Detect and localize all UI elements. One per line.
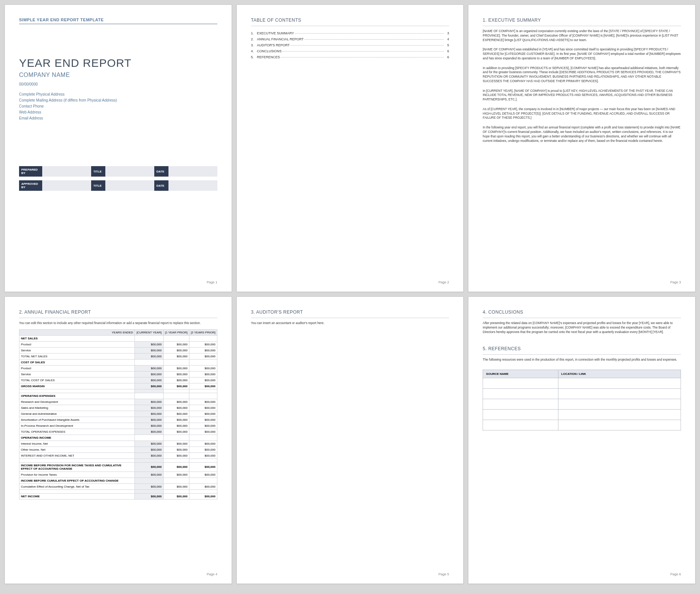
- row-label: Interest Income, Net: [19, 441, 135, 447]
- cell: $00,000: [189, 447, 217, 453]
- auditor-rule: [251, 318, 449, 318]
- row-opex: OPERATING EXPENSES: [19, 393, 135, 399]
- cell: $00,000: [163, 371, 189, 377]
- toc-item: 1. EXECUTIVE SUMMARY 3: [251, 31, 449, 35]
- cell: $00,000: [189, 383, 217, 389]
- cell: $00,000: [163, 353, 189, 359]
- cell: $00,000: [163, 462, 189, 472]
- toc-item: 3. AUDITOR'S REPORT 5: [251, 43, 449, 47]
- exec-rule: [483, 26, 681, 26]
- years-ended-label: YEARS ENDED: [19, 329, 135, 335]
- ref-row: [483, 399, 681, 410]
- references-rule: [483, 354, 681, 355]
- cell: $00,000: [189, 417, 217, 423]
- row-label: In-Process Research and Development: [19, 423, 135, 429]
- toc-label: EXECUTIVE SUMMARY: [257, 31, 294, 35]
- row-net-income: NET INCOME: [19, 493, 135, 499]
- cell: $00,000: [189, 365, 217, 371]
- approved-by-field[interactable]: [42, 180, 91, 191]
- toc-heading: TABLE OF CONTENTS: [251, 18, 449, 23]
- cell: $00,000: [135, 353, 163, 359]
- toc-rule: [251, 26, 449, 26]
- approved-title-label: TITLE: [91, 180, 105, 191]
- toc-num: 2.: [251, 37, 257, 41]
- references-heading: 5. REFERENCES: [483, 346, 681, 351]
- toc-label: REFERENCES: [257, 55, 280, 59]
- cell: $00,000: [189, 377, 217, 383]
- contact-phone: Contact Phone: [19, 103, 217, 109]
- ref-row: [483, 389, 681, 399]
- fin-rule: [19, 318, 217, 318]
- cell: $00,000: [135, 483, 163, 489]
- cell: $00,000: [135, 423, 163, 429]
- ref-row: [483, 378, 681, 389]
- page-number: Page 2: [251, 275, 449, 284]
- toc-label: CONCLUSIONS: [257, 49, 282, 53]
- fin-note: You can edit this section to include any…: [19, 321, 217, 326]
- page-grid: SIMPLE YEAR END REPORT TEMPLATE YEAR END…: [4, 4, 696, 584]
- cell: $00,000: [135, 365, 163, 371]
- physical-address: Complete Physical Address: [19, 91, 217, 97]
- page-3: 1. EXECUTIVE SUMMARY [NAME OF COMPANY] i…: [468, 4, 696, 292]
- approved-title-field[interactable]: [105, 180, 154, 191]
- cell: $00,000: [189, 429, 217, 435]
- fin-header-row: YEARS ENDED [CURRENT YEAR] [1 YEAR PRIOR…: [19, 329, 217, 335]
- cell: $00,000: [163, 347, 189, 353]
- cell: $00,000: [163, 441, 189, 447]
- cell: $00,000: [135, 462, 163, 472]
- approved-date-field[interactable]: [168, 180, 217, 191]
- exec-heading: 1. EXECUTIVE SUMMARY: [483, 18, 681, 23]
- row-label: Research and Development: [19, 399, 135, 405]
- row-label: Other Income, Net: [19, 447, 135, 453]
- cell: $00,000: [135, 399, 163, 405]
- row-label: TOTAL COST OF SALES: [19, 377, 135, 383]
- signature-table: PREPARED BY TITLE DATE APPROVED BY TITLE…: [19, 166, 217, 191]
- cell: $00,000: [135, 417, 163, 423]
- header-rule: [19, 23, 217, 25]
- exec-p1: [NAME OF COMPANY] is an organized corpor…: [483, 29, 681, 42]
- toc-item: 4. CONCLUSIONS 6: [251, 49, 449, 53]
- toc-dots: [304, 39, 444, 40]
- prepared-title-label: TITLE: [91, 166, 105, 177]
- template-label: SIMPLE YEAR END REPORT TEMPLATE: [19, 18, 217, 22]
- report-title: YEAR END REPORT: [19, 57, 217, 69]
- page-1: SIMPLE YEAR END REPORT TEMPLATE YEAR END…: [4, 4, 232, 292]
- page-4: 2. ANNUAL FINANCIAL REPORT You can edit …: [4, 296, 232, 584]
- toc-dots: [291, 45, 444, 46]
- cell: $00,000: [163, 341, 189, 347]
- row-label: INCOME BEFORE PROVISION FOR INCOME TAXES…: [19, 462, 135, 472]
- financial-table: YEARS ENDED [CURRENT YEAR] [1 YEAR PRIOR…: [19, 329, 217, 500]
- cell: $00,000: [189, 405, 217, 411]
- toc-num: 1.: [251, 31, 257, 35]
- cell: $00,000: [189, 353, 217, 359]
- conclusions-rule: [483, 318, 681, 318]
- prepared-by-field[interactable]: [42, 166, 91, 177]
- toc-item: 5. REFERENCES 6: [251, 55, 449, 59]
- cell: $00,000: [163, 417, 189, 423]
- page-number: Page 5: [251, 567, 449, 576]
- toc-item: 2. ANNUAL FINANCIAL REPORT 4: [251, 37, 449, 41]
- cell: $00,000: [189, 423, 217, 429]
- prepared-title-field[interactable]: [105, 166, 154, 177]
- exec-p2: [NAME OF COMPANY] was established in [YE…: [483, 47, 681, 60]
- cell: $00,000: [189, 411, 217, 417]
- cell: $00,000: [163, 447, 189, 453]
- cell: $00,000: [135, 405, 163, 411]
- cell: $00,000: [163, 453, 189, 458]
- cell: $00,000: [189, 462, 217, 472]
- prepared-row: PREPARED BY TITLE DATE: [19, 166, 217, 177]
- row-label: Product: [19, 341, 135, 347]
- cell: $00,000: [135, 377, 163, 383]
- cell: $00,000: [163, 365, 189, 371]
- row-label: Cumulative Effect of Accounting Change, …: [19, 483, 135, 489]
- cell: $00,000: [163, 493, 189, 499]
- cell: $00,000: [189, 347, 217, 353]
- prepared-date-field[interactable]: [168, 166, 217, 177]
- toc-page: 4: [445, 37, 449, 41]
- references-note: The following resources were used in the…: [483, 358, 681, 362]
- toc-page: 5: [445, 43, 449, 47]
- ref-col-source: SOURCE NAME: [483, 370, 558, 378]
- toc-label: ANNUAL FINANCIAL REPORT: [257, 37, 304, 41]
- cell: $00,000: [135, 453, 163, 458]
- row-cost-of-sales: COST OF SALES: [19, 359, 135, 365]
